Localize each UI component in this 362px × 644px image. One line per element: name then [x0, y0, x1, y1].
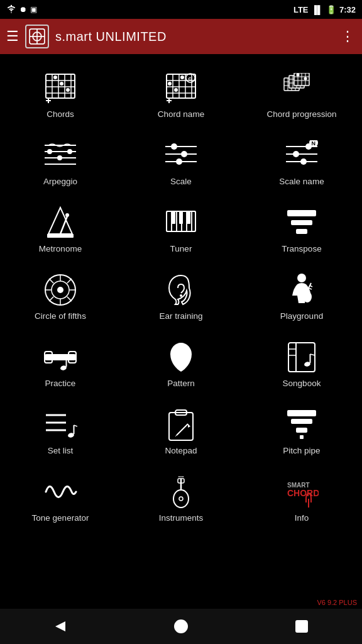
set-list-icon	[41, 408, 79, 441]
grid-item-metronome[interactable]: Metronome	[0, 195, 121, 262]
wifi-icon	[6, 4, 16, 15]
svg-text:CHORD: CHORD	[287, 488, 319, 498]
svg-point-149	[175, 620, 187, 633]
svg-line-101	[49, 297, 53, 301]
grid-item-chord-name[interactable]: c Chord name	[121, 60, 241, 128]
transpose-icon	[283, 206, 321, 239]
svg-rect-79	[167, 211, 172, 231]
top-bar: ☰ s.mart UNLIMITED ⋮	[0, 19, 362, 54]
hamburger-menu[interactable]: ☰	[6, 28, 19, 45]
svg-point-102	[180, 294, 182, 297]
svg-point-70	[293, 151, 299, 157]
grid-item-playground[interactable]: Playground	[241, 262, 362, 330]
grid-item-pattern[interactable]: Pattern	[121, 330, 241, 397]
circle-of-fifths-icon	[41, 274, 79, 306]
songbook-label: Songbook	[283, 379, 321, 388]
overflow-menu-icon[interactable]: ⋮	[341, 28, 356, 45]
info-label: Info	[295, 513, 309, 523]
chords-icon	[41, 72, 79, 104]
grid-item-info[interactable]: SMART CHORD Info	[241, 464, 362, 531]
svg-line-129	[177, 424, 188, 435]
grid-item-practice[interactable]: Practice	[0, 330, 121, 397]
tuner-label: Tuner	[170, 244, 192, 253]
svg-rect-80	[172, 211, 175, 224]
home-button[interactable]	[168, 614, 194, 639]
svg-point-71	[300, 158, 307, 165]
tone-generator-label: Tone generator	[32, 513, 89, 523]
sim-icon: ▣	[30, 5, 37, 14]
svg-point-13	[53, 75, 57, 79]
svg-point-103	[297, 274, 306, 282]
chord-name-label: Chord name	[158, 109, 204, 119]
recents-button[interactable]	[289, 614, 314, 639]
svg-line-106	[310, 286, 312, 287]
pattern-icon	[162, 341, 200, 374]
metronome-label: Metronome	[39, 244, 82, 253]
grid-item-pitch-pipe[interactable]: Pitch pipe	[241, 397, 362, 464]
ear-training-icon	[162, 274, 200, 306]
grid-item-circle-of-fifths[interactable]: Circle of fifths	[0, 262, 121, 330]
pattern-label: Pattern	[167, 379, 195, 388]
svg-point-93	[57, 287, 63, 293]
pitch-pipe-icon	[283, 408, 321, 441]
svg-rect-135	[300, 435, 304, 439]
back-button[interactable]	[48, 614, 73, 639]
grid-item-arpeggio[interactable]: Arpeggio	[0, 128, 121, 195]
grid-item-tone-generator[interactable]: Tone generator	[0, 464, 121, 531]
version-text: V6 9.2 PLUS	[317, 599, 357, 606]
chord-name-icon: c	[162, 72, 200, 104]
svg-point-76	[65, 213, 69, 217]
svg-rect-88	[287, 210, 316, 216]
grid-item-instruments[interactable]: Instruments	[121, 464, 241, 531]
grid-item-chord-progression[interactable]: Chord progression	[241, 60, 362, 128]
svg-point-0	[11, 4, 13, 6]
grid-item-notepad[interactable]: Notepad	[121, 397, 241, 464]
practice-label: Practice	[45, 379, 76, 388]
grid-item-chords[interactable]: Chords	[0, 60, 121, 128]
time: 7:32	[339, 5, 356, 14]
svg-point-14	[60, 82, 63, 86]
signal-icon: ▐▌	[312, 5, 323, 14]
chord-progression-label: Chord progression	[266, 109, 336, 119]
svg-point-51	[297, 74, 300, 77]
instruments-label: Instruments	[159, 513, 204, 523]
grid-item-transpose[interactable]: Transpose	[241, 195, 362, 262]
battery-icon: 🔋	[326, 5, 336, 14]
arpeggio-label: Arpeggio	[43, 177, 77, 186]
svg-point-27	[174, 88, 178, 92]
status-right: LTE ▐▌ 🔋 7:32	[293, 5, 356, 14]
svg-line-120	[310, 354, 315, 355]
tone-generator-icon	[41, 475, 79, 508]
grid-item-scale[interactable]: Scale	[121, 128, 241, 195]
status-left: ⏺ ▣	[6, 4, 37, 15]
circle-of-fifths-label: Circle of fifths	[35, 311, 86, 321]
playground-label: Playground	[280, 311, 323, 321]
bottom-nav	[0, 609, 362, 644]
record-icon: ⏺	[19, 5, 27, 14]
grid-item-tuner[interactable]: Tuner	[121, 195, 241, 262]
svg-rect-83	[179, 211, 183, 224]
svg-point-64	[181, 151, 187, 157]
svg-rect-114	[288, 343, 315, 372]
pitch-pipe-label: Pitch pipe	[283, 446, 320, 455]
scale-icon	[162, 139, 200, 172]
svg-text:N: N	[312, 140, 316, 147]
svg-rect-90	[296, 229, 307, 234]
grid-item-ear-training[interactable]: Ear training	[121, 262, 241, 330]
svg-point-65	[176, 158, 182, 165]
playground-icon	[283, 274, 321, 306]
instruments-icon	[162, 475, 200, 508]
grid-item-songbook[interactable]: Songbook	[241, 330, 362, 397]
svg-marker-74	[48, 208, 72, 234]
svg-point-26	[168, 82, 172, 86]
svg-rect-150	[296, 621, 307, 632]
transpose-label: Transpose	[282, 244, 321, 253]
grid-item-set-list[interactable]: Set list	[0, 397, 121, 464]
svg-point-52	[304, 77, 307, 80]
scale-name-label: Scale name	[279, 177, 324, 186]
notepad-label: Notepad	[165, 446, 197, 455]
set-list-label: Set list	[48, 446, 74, 455]
grid-item-scale-name[interactable]: N Scale name	[241, 128, 362, 195]
svg-marker-130	[188, 424, 190, 428]
svg-point-63	[171, 143, 177, 150]
